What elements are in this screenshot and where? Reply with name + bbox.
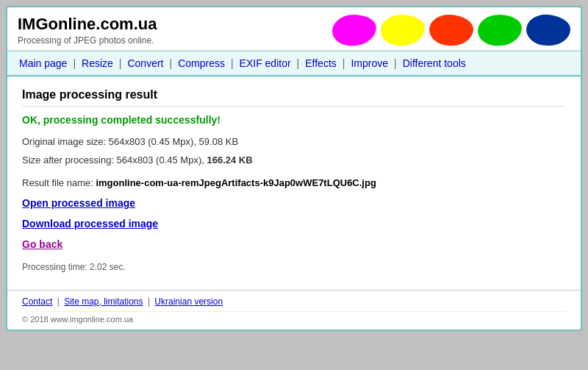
nav-separator-6: | — [341, 57, 347, 69]
processing-time: Processing time: 2.02 sec. — [22, 262, 566, 272]
nav-item-different-tools[interactable]: Different tools — [398, 56, 470, 71]
color-blob-4 — [526, 13, 571, 46]
header: IMGonline.com.ua Processing of JPEG phot… — [7, 7, 581, 51]
site-title: IMGonline.com.ua — [18, 15, 157, 34]
footer-sep-2: | — [148, 296, 150, 307]
page-wrapper: IMGonline.com.ua Processing of JPEG phot… — [0, 0, 588, 370]
nav-bar: Main page|Resize|Convert|Compress|EXIF e… — [7, 51, 581, 77]
site-subtitle: Processing of JPEG photos online. — [18, 35, 157, 46]
nav-separator-7: | — [392, 57, 398, 69]
nav-item-compress[interactable]: Compress — [173, 56, 229, 71]
footer: Contact | Site map, limitations | Ukrain… — [7, 290, 581, 330]
download-processed-image-link[interactable]: Download processed image — [22, 218, 566, 230]
nav-separator-3: | — [168, 57, 174, 69]
section-title: Image processing result — [22, 88, 566, 107]
sitemap-link[interactable]: Site map, limitations — [64, 296, 143, 307]
footer-sep-1: | — [57, 296, 60, 307]
color-blob-0 — [331, 13, 377, 47]
original-size-info: Original image size: 564x803 (0.45 Mpx),… — [22, 135, 566, 150]
contact-link[interactable]: Contact — [22, 296, 52, 307]
color-blob-3 — [477, 13, 523, 47]
filename-value: imgonline-com-ua-remJpegArtifacts-k9Jap0… — [96, 177, 376, 188]
nav-separator-4: | — [229, 57, 235, 69]
nav-item-convert[interactable]: Convert — [123, 56, 168, 71]
processed-size-value: 166.24 KB — [207, 154, 252, 166]
nav-item-improve[interactable]: Improve — [346, 56, 392, 71]
nav-separator-5: | — [295, 57, 301, 69]
processed-size-info: Size after processing: 564x803 (0.45 Mpx… — [22, 153, 566, 168]
success-message: OK, processing completed successfully! — [22, 114, 566, 126]
color-blob-2 — [429, 14, 473, 46]
nav-separator-1: | — [71, 57, 77, 69]
open-processed-image-link[interactable]: Open processed image — [22, 197, 566, 209]
footer-links: Contact | Site map, limitations | Ukrain… — [22, 296, 566, 307]
color-blob-1 — [380, 13, 426, 46]
nav-item-main-page[interactable]: Main page — [15, 56, 71, 71]
nav-separator-2: | — [118, 57, 123, 69]
content-area: Image processing result OK, processing c… — [7, 77, 581, 285]
nav-item-effects[interactable]: Effects — [301, 56, 341, 71]
nav-item-exif-editor[interactable]: EXIF editor — [235, 56, 295, 71]
filename-row: Result file name: imgonline-com-ua-remJp… — [22, 177, 566, 188]
processed-size-label: Size after processing: 564x803 (0.45 Mpx… — [22, 154, 204, 166]
header-left: IMGonline.com.ua Processing of JPEG phot… — [18, 15, 157, 46]
go-back-link[interactable]: Go back — [22, 238, 566, 250]
ukrainian-link[interactable]: Ukrainian version — [154, 296, 223, 307]
footer-copyright: © 2018 www.imgonline.com.ua — [22, 311, 566, 327]
nav-item-resize[interactable]: Resize — [77, 56, 118, 71]
color-blobs — [332, 15, 570, 46]
filename-label: Result file name: — [22, 177, 93, 188]
main-container: IMGonline.com.ua Processing of JPEG phot… — [6, 6, 582, 331]
